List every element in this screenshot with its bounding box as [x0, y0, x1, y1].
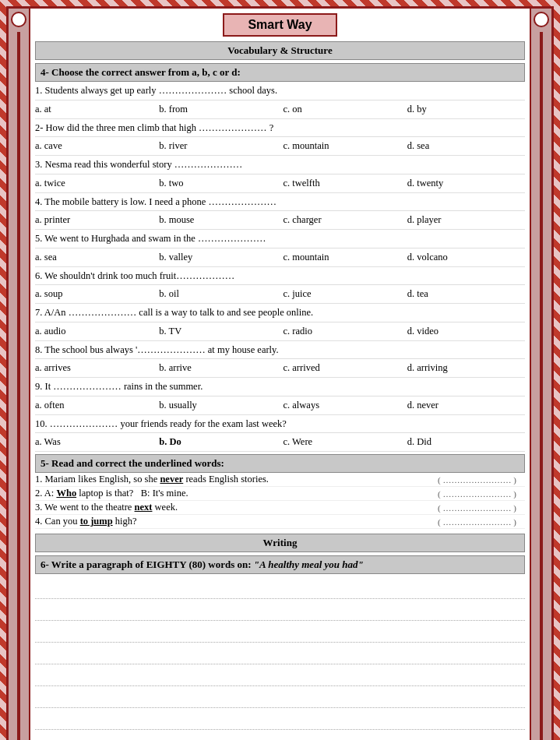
writing-line-1: [35, 579, 525, 599]
question-9-text: 9. It ………………… rains in the summer.: [35, 378, 525, 396]
page-title: Smart Way: [223, 13, 336, 37]
question-3-text: 3. Nesma read this wonderful story ………………: [35, 156, 525, 174]
underlined-word-1: never: [160, 474, 183, 485]
writing-line-7: [35, 710, 525, 730]
q4-header: 4- Choose the correct answer from a, b, …: [35, 63, 525, 82]
question-1-text: 1. Students always get up early ………………… …: [35, 82, 525, 100]
question-6-text: 6. We shouldn't drink too much fruit……………: [35, 267, 525, 286]
question-5-answers: a. sea b. valley c. mountain d. volcano: [35, 248, 525, 267]
question-4-answers: a. printer b. mouse c. charger d. player: [35, 211, 525, 230]
question-6-answers: a. soup b. oil c. juice d. tea: [35, 285, 525, 304]
underlined-word-4: to jump: [80, 516, 113, 527]
question-3-answers: a. twice b. two c. twelfth d. twenty: [35, 174, 525, 193]
question-4-text: 4. The mobile battery is low. I need a p…: [35, 193, 525, 212]
q4-content: 1. Students always get up early ………………… …: [30, 82, 530, 452]
read-correct-4: 4. Can you to jump high? ( …………………… ): [35, 515, 525, 529]
question-1-answers: a. at b. from c. on d. by: [35, 100, 525, 119]
writing-header: Writing: [35, 534, 525, 552]
section-vocab-header: Vocabulary & Structure: [35, 41, 525, 60]
q6-header: 6- Write a paragraph of EIGHTY (80) word…: [35, 555, 525, 574]
page-content: Smart Way Vocabulary & Structure 4- Choo…: [30, 9, 530, 740]
inner-page: Smart Way Vocabulary & Structure 4- Choo…: [6, 6, 554, 740]
writing-line-3: [35, 622, 525, 643]
underlined-word-2: Who: [56, 488, 76, 499]
question-5-text: 5. We went to Hurghada and swam in the ……: [35, 230, 525, 248]
writing-line-2: [35, 601, 525, 621]
question-8-answers: a. arrives b. arrive c. arrived d. arriv…: [35, 359, 525, 378]
question-9-answers: a. often b. usually c. always d. never: [35, 396, 525, 415]
read-correct-1: 1. Mariam likes English, so she never re…: [35, 473, 525, 487]
writing-lines-area: [30, 574, 530, 740]
underlined-word-3: next: [135, 502, 153, 513]
left-decoration: [9, 9, 30, 740]
question-2-answers: a. cave b. river c. mountain d. sea: [35, 137, 525, 156]
right-decoration: [530, 9, 551, 740]
question-10-answers: a. Was b. Do c. Were d. Did: [35, 433, 525, 452]
question-7-answers: a. audio b. TV c. radio d. video: [35, 322, 525, 341]
question-8-text: 8. The school bus always '………………… at my …: [35, 341, 525, 360]
question-2-text: 2- How did the three men climb that high…: [35, 119, 525, 138]
q5-content: 1. Mariam likes English, so she never re…: [30, 473, 530, 529]
writing-line-5: [35, 666, 525, 686]
read-correct-2: 2. A: Who laptop is that? B: It's mine. …: [35, 487, 525, 501]
writing-line-6: [35, 688, 525, 708]
read-correct-3: 3. We went to the theatre next week. ( ……: [35, 501, 525, 515]
question-7-text: 7. A/An ………………… call is a way to talk to…: [35, 304, 525, 322]
page-outer-border: Smart Way Vocabulary & Structure 4- Choo…: [0, 0, 560, 740]
deco-circle-tr: [534, 12, 549, 27]
q5-header: 5- Read and correct the underlined words…: [35, 454, 525, 473]
writing-line-8: [35, 731, 525, 740]
writing-line-4: [35, 644, 525, 664]
title-bar: Smart Way: [30, 9, 530, 38]
question-10-text: 10. ………………… your friends ready for the e…: [35, 415, 525, 434]
deco-circle-tl: [11, 12, 26, 27]
